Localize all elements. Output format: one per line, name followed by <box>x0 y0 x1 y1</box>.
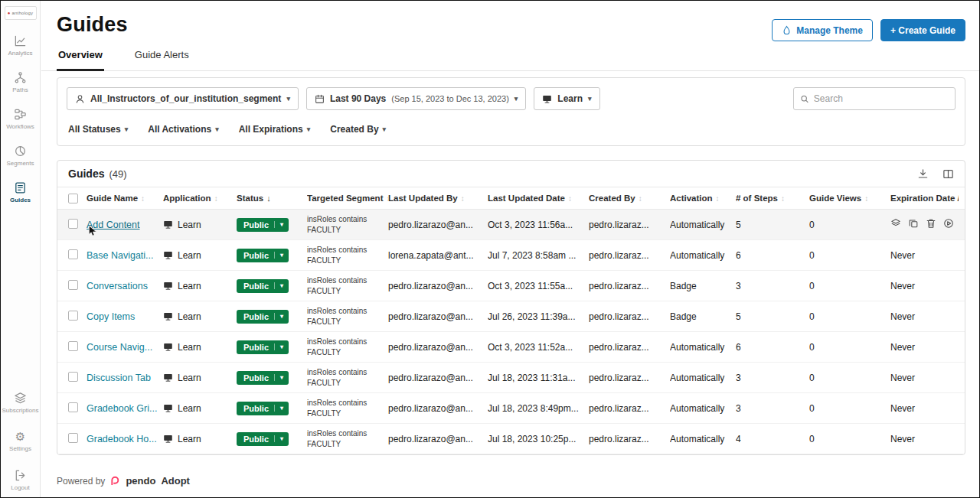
guide-name-link[interactable]: Conversations <box>87 281 148 291</box>
col-guide-name[interactable]: Guide Name↕ <box>87 194 163 203</box>
row-checkbox[interactable] <box>68 280 78 290</box>
status-dropdown[interactable]: Public▾ <box>237 340 289 354</box>
col-targeted-segment[interactable]: Targeted Segment↕ <box>307 194 388 203</box>
row-checkbox[interactable] <box>68 372 78 382</box>
last-updated-date: Oct 3, 2023 11:56a... <box>488 220 589 230</box>
status-dropdown[interactable]: Public▾ <box>237 310 289 324</box>
status-dropdown[interactable]: Public▾ <box>237 218 289 232</box>
sidebar-item-guides[interactable]: Guides <box>1 181 40 203</box>
last-updated-date: Jul 18, 2023 8:49pm... <box>488 403 589 414</box>
status-dropdown[interactable]: Public▾ <box>237 279 289 293</box>
play-icon[interactable] <box>943 218 954 229</box>
sidebar-item-label: Analytics <box>8 50 32 57</box>
segment-value: FACULTY <box>307 286 382 297</box>
segment-filter-dropdown[interactable]: All_Instructors_of_our_institution_segme… <box>67 87 299 110</box>
date-range-dropdown[interactable]: Last 90 Days (Sep 15, 2023 to Dec 13, 20… <box>306 87 526 110</box>
create-guide-label: + Create Guide <box>890 25 956 36</box>
created-by: pedro.lizaraz... <box>589 373 670 383</box>
col-steps[interactable]: # of Steps↕ <box>736 194 809 203</box>
sidebar-item-settings[interactable]: ⚙ Settings <box>1 431 40 452</box>
chevron-down-icon: ▾ <box>274 313 283 320</box>
download-icon[interactable] <box>917 168 929 180</box>
segment-value: FACULTY <box>307 317 382 327</box>
guide-name-link[interactable]: Gradebook Ho... <box>87 434 157 444</box>
sidebar-item-subscriptions[interactable]: Subscriptions <box>1 392 40 414</box>
sidebar-item-logout[interactable]: Logout <box>1 469 40 491</box>
col-expiration[interactable]: Expiration Date / T... <box>890 194 959 203</box>
search-input[interactable] <box>814 93 949 104</box>
chevron-down-icon: ▾ <box>514 96 518 103</box>
guide-name-link[interactable]: Gradebook Gri... <box>87 403 157 414</box>
status-filter-dropdown[interactable]: All Statuses▾ <box>68 124 128 135</box>
col-status[interactable]: Status↓ <box>237 194 307 203</box>
guide-views-count: 0 <box>809 342 890 353</box>
monitor-icon <box>163 373 173 382</box>
sort-icon: ↕ <box>141 194 145 203</box>
last-updated-date: Oct 3, 2023 11:55a... <box>488 281 589 291</box>
application-filter-dropdown[interactable]: Learn ▾ <box>534 87 599 110</box>
monitor-icon <box>163 250 173 260</box>
tab-overview[interactable]: Overview <box>57 49 104 71</box>
table-row: Course Navig... Learn Public▾ insRoles c… <box>57 332 965 363</box>
select-all-checkbox[interactable] <box>68 194 78 203</box>
col-activation[interactable]: Activation↕ <box>670 194 736 203</box>
layers-icon[interactable] <box>890 218 901 229</box>
activation-filter-dropdown[interactable]: All Activations▾ <box>148 124 218 135</box>
sort-icon: ↕ <box>864 194 868 203</box>
create-guide-button[interactable]: + Create Guide <box>880 19 965 41</box>
guide-name-link[interactable]: Discussion Tab <box>87 373 151 383</box>
row-checkbox[interactable] <box>68 341 78 351</box>
created-by: pedro.lizaraz... <box>589 311 670 322</box>
pendo-brand-text: pendo <box>126 475 155 487</box>
date-range-detail: (Sep 15, 2023 to Dec 13, 2023) <box>391 94 509 103</box>
copy-icon[interactable] <box>908 218 919 229</box>
guide-views-count: 0 <box>809 311 890 322</box>
steps-count: 6 <box>736 250 809 261</box>
sort-icon: ↕ <box>568 194 572 203</box>
row-checkbox[interactable] <box>68 433 78 443</box>
tab-guide-alerts[interactable]: Guide Alerts <box>133 49 191 70</box>
steps-count: 5 <box>736 220 809 230</box>
row-checkbox[interactable] <box>68 219 78 229</box>
guide-name-link[interactable]: Base Navigati... <box>87 250 154 261</box>
col-last-updated-by[interactable]: Last Updated By↕ <box>388 194 488 203</box>
created-by: pedro.lizaraz... <box>589 403 670 414</box>
col-created-by[interactable]: Created By↕ <box>589 194 670 203</box>
guide-name-link[interactable]: Copy Items <box>87 311 135 322</box>
row-checkbox[interactable] <box>68 311 78 321</box>
segment-rule: insRoles contains <box>307 367 382 378</box>
row-checkbox[interactable] <box>68 402 78 412</box>
col-guide-views[interactable]: Guide Views↕ <box>809 194 890 203</box>
segment-rule: insRoles contains <box>307 214 382 225</box>
columns-icon[interactable] <box>942 168 954 180</box>
created-by-filter-dropdown[interactable]: Created By▾ <box>330 124 386 135</box>
guide-name-link[interactable]: Course Navig... <box>87 342 152 353</box>
status-dropdown[interactable]: Public▾ <box>237 432 289 446</box>
status-dropdown[interactable]: Public▾ <box>237 371 289 385</box>
segment-rule: insRoles contains <box>307 306 382 317</box>
expiration-filter-dropdown[interactable]: All Expirations▾ <box>239 124 311 135</box>
status-label: Public <box>243 312 269 321</box>
manage-theme-button[interactable]: Manage Theme <box>772 19 873 41</box>
status-dropdown[interactable]: Public▾ <box>237 249 289 262</box>
guide-views-count: 0 <box>809 281 890 291</box>
sidebar-item-segments[interactable]: Segments <box>1 145 40 167</box>
sidebar: ● anthology Analytics Paths Workflows Se… <box>1 1 41 497</box>
created-by: pedro.lizaraz... <box>589 434 670 444</box>
col-last-updated-date[interactable]: Last Updated Date↕ <box>488 194 589 203</box>
sidebar-item-workflows[interactable]: Workflows <box>1 108 40 130</box>
row-actions <box>890 218 954 229</box>
col-application[interactable]: Application↕ <box>163 194 237 203</box>
sidebar-item-label: Logout <box>11 484 29 491</box>
guides-table-panel: Guides (49) Guide Name↕ Application↕ Sta… <box>57 160 965 455</box>
segment-rule: insRoles contains <box>307 275 382 286</box>
trash-icon[interactable] <box>926 218 936 229</box>
main-content: Guides Manage Theme + Create Guide Overv… <box>41 1 979 497</box>
sidebar-item-analytics[interactable]: Analytics <box>1 34 40 57</box>
expiration-text: Never <box>890 403 915 414</box>
row-checkbox[interactable] <box>68 249 78 259</box>
subscriptions-icon <box>14 392 27 405</box>
status-dropdown[interactable]: Public▾ <box>237 402 289 415</box>
sidebar-item-paths[interactable]: Paths <box>1 71 40 93</box>
table-row: Copy Items Learn Public▾ insRoles contai… <box>57 301 965 332</box>
